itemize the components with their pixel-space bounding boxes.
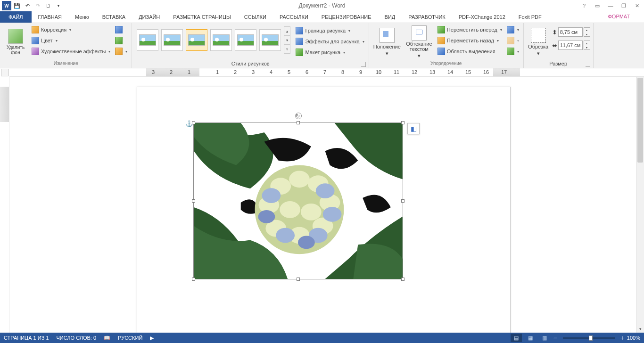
remove-background-button[interactable]: Удалить фон bbox=[3, 24, 28, 59]
svg-point-14 bbox=[276, 228, 295, 243]
chevron-down-icon: ▾ bbox=[363, 40, 364, 44]
group-button[interactable]: ▾ bbox=[505, 35, 520, 46]
tab-developer[interactable]: РАЗРАБОТЧИК bbox=[402, 11, 452, 23]
help-icon[interactable]: ? bbox=[579, 0, 589, 11]
view-web-icon[interactable]: ▥ bbox=[539, 334, 550, 342]
tab-layout[interactable]: РАЗМЕТКА СТРАНИЦЫ bbox=[166, 11, 237, 23]
picture-effects-button[interactable]: Эффекты для рисунка▾ bbox=[294, 36, 365, 47]
send-backward-button[interactable]: Переместить назад▾ bbox=[436, 35, 504, 46]
selected-picture[interactable]: ↻ ⚓ ◧ bbox=[193, 122, 403, 279]
reset-button[interactable]: ▾ bbox=[114, 46, 129, 57]
selection-pane-button[interactable]: Область выделения bbox=[436, 46, 504, 57]
rotate-handle[interactable]: ↻ bbox=[295, 113, 302, 119]
resize-handle-tr[interactable] bbox=[401, 121, 405, 124]
word-icon[interactable]: W bbox=[2, 1, 11, 10]
bring-forward-button[interactable]: Переместить вперед▾ bbox=[436, 24, 504, 35]
scroll-down-icon[interactable]: ▾ bbox=[636, 325, 644, 333]
vertical-scrollbar[interactable]: ▴ ▾ bbox=[636, 77, 644, 333]
tab-review[interactable]: РЕЦЕНЗИРОВАНИЕ bbox=[315, 11, 378, 23]
style-item-4[interactable] bbox=[210, 29, 232, 51]
chevron-down-icon: ▾ bbox=[125, 49, 127, 54]
new-doc-icon[interactable]: 🗋 bbox=[43, 1, 53, 10]
color-button[interactable]: Цвет▾ bbox=[30, 35, 112, 46]
zoom-slider[interactable] bbox=[563, 337, 615, 339]
resize-handle-t[interactable] bbox=[297, 121, 300, 124]
view-print-icon[interactable]: ▤ bbox=[511, 334, 522, 342]
rotate-button[interactable]: ▾ bbox=[505, 46, 520, 57]
tab-foxit[interactable]: Foxit PDF bbox=[512, 11, 548, 23]
compress-button[interactable] bbox=[114, 24, 129, 35]
horizontal-ruler[interactable]: 3 2 1 1 2 3 4 5 6 7 8 9 10 11 12 13 14 1… bbox=[9, 68, 644, 77]
gallery-up-icon[interactable]: ▴ bbox=[284, 27, 290, 36]
ribbon-options-icon[interactable]: ▭ bbox=[592, 0, 603, 11]
styles-launcher-icon[interactable] bbox=[361, 62, 366, 67]
gallery-down-icon[interactable]: ▾ bbox=[284, 36, 290, 45]
tab-mailings[interactable]: РАССЫЛКИ bbox=[273, 11, 315, 23]
size-launcher-icon[interactable] bbox=[586, 62, 590, 67]
anchor-icon[interactable]: ⚓ bbox=[185, 120, 193, 127]
height-field: ⬍ ▴▾ bbox=[552, 27, 590, 37]
tab-menu[interactable]: Меню bbox=[68, 11, 96, 23]
height-input[interactable] bbox=[558, 27, 583, 37]
tab-home[interactable]: ГЛАВНАЯ bbox=[32, 11, 68, 23]
height-spinner[interactable]: ▴▾ bbox=[584, 27, 590, 37]
corrections-button[interactable]: Коррекция▾ bbox=[30, 24, 112, 35]
svg-point-11 bbox=[301, 204, 322, 220]
style-item-5[interactable] bbox=[235, 29, 256, 51]
crop-button[interactable]: Обрезка▾ bbox=[527, 24, 550, 59]
gallery-scroll: ▴ ▾ ▿ bbox=[284, 26, 290, 54]
redo-icon[interactable]: ↷ bbox=[33, 1, 42, 10]
picture-border-button[interactable]: Граница рисунка▾ bbox=[294, 25, 365, 36]
width-spinner[interactable]: ▴▾ bbox=[584, 41, 590, 50]
zoom-in-icon[interactable]: + bbox=[620, 334, 624, 342]
word-count[interactable]: ЧИСЛО СЛОВ: 0 bbox=[57, 335, 97, 341]
tab-file[interactable]: ФАЙЛ bbox=[0, 11, 32, 23]
document-area[interactable]: ↻ ⚓ ◧ bbox=[9, 77, 636, 333]
zoom-level[interactable]: 100% bbox=[627, 335, 640, 341]
gallery-more-icon[interactable]: ▿ bbox=[284, 45, 290, 53]
tab-view[interactable]: ВИД bbox=[378, 11, 402, 23]
tab-design[interactable]: ДИЗАЙН bbox=[132, 11, 166, 23]
zoom-thumb[interactable] bbox=[589, 335, 593, 341]
tab-format[interactable]: ФОРМАТ bbox=[594, 11, 644, 23]
resize-handle-bl[interactable] bbox=[192, 278, 195, 281]
resize-handle-br[interactable] bbox=[401, 278, 405, 281]
wrap-text-button[interactable]: Обтекание текстом▾ bbox=[404, 24, 434, 59]
save-icon[interactable]: 💾 bbox=[12, 1, 22, 10]
style-item-3[interactable] bbox=[186, 29, 207, 51]
zoom-out-icon[interactable]: − bbox=[553, 334, 557, 342]
compress-icon bbox=[115, 26, 123, 33]
proofing-icon[interactable]: 📖 bbox=[104, 335, 110, 341]
change-picture-button[interactable] bbox=[114, 35, 129, 46]
style-item-1[interactable] bbox=[137, 29, 158, 51]
style-item-2[interactable] bbox=[161, 29, 183, 51]
tab-pdfxchange[interactable]: PDF-XChange 2012 bbox=[452, 11, 512, 23]
tab-references[interactable]: ССЫЛКИ bbox=[238, 11, 273, 23]
chevron-down-icon: ▾ bbox=[517, 49, 519, 54]
align-button[interactable]: ▾ bbox=[505, 24, 520, 35]
resize-handle-b[interactable] bbox=[297, 278, 300, 281]
view-read-icon[interactable]: ▦ bbox=[525, 334, 536, 342]
artistic-effects-button[interactable]: Художественные эффекты▾ bbox=[30, 46, 112, 57]
picture-layout-button[interactable]: Макет рисунка▾ bbox=[294, 47, 365, 57]
layout-options-button[interactable]: ◧ bbox=[407, 123, 420, 134]
macro-icon[interactable]: ▶ bbox=[150, 335, 154, 341]
backward-icon bbox=[438, 37, 445, 44]
maximize-icon[interactable]: ❐ bbox=[619, 0, 629, 11]
undo-icon[interactable]: ↶ bbox=[23, 1, 32, 10]
close-icon[interactable]: ✕ bbox=[632, 0, 642, 11]
tab-selector[interactable] bbox=[1, 69, 8, 76]
resize-handle-r[interactable] bbox=[401, 199, 405, 203]
minimize-icon[interactable]: — bbox=[605, 0, 616, 11]
width-input[interactable] bbox=[558, 41, 583, 50]
scroll-thumb[interactable] bbox=[637, 78, 643, 163]
qat-more-icon[interactable]: ▾ bbox=[54, 1, 63, 10]
page: ↻ ⚓ ◧ bbox=[137, 87, 511, 333]
position-button[interactable]: Положение▾ bbox=[372, 24, 402, 59]
vertical-ruler[interactable] bbox=[0, 77, 9, 333]
resize-handle-l[interactable] bbox=[192, 199, 195, 203]
style-item-6[interactable] bbox=[259, 29, 281, 51]
page-status[interactable]: СТРАНИЦА 1 ИЗ 1 bbox=[4, 335, 49, 341]
language-status[interactable]: РУССКИЙ bbox=[118, 335, 142, 341]
tab-insert[interactable]: ВСТАВКА bbox=[96, 11, 132, 23]
